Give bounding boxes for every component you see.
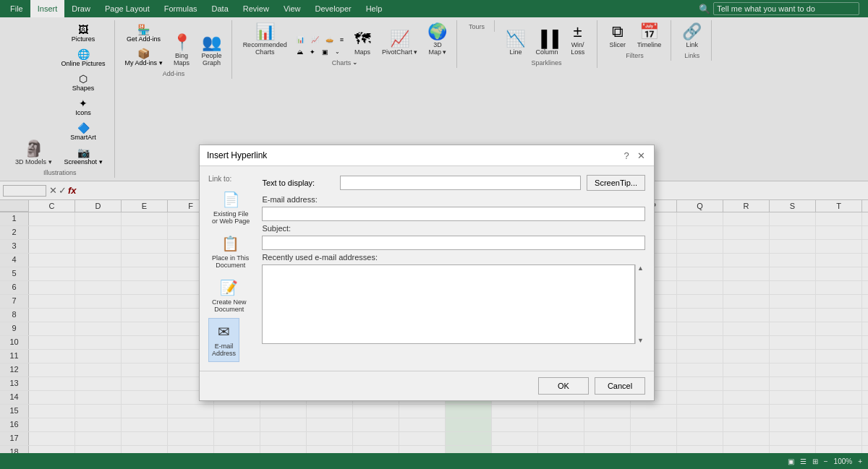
recently-used-label: Recently used e-mail addresses:: [262, 253, 645, 262]
scrollbar-up-icon[interactable]: ▲: [637, 264, 644, 272]
recently-used-section: Recently used e-mail addresses: ▲ ▼: [262, 253, 645, 345]
ok-button[interactable]: OK: [538, 377, 589, 395]
dialog-close-button[interactable]: ✕: [635, 150, 647, 161]
sidebar-email-address[interactable]: ✉ E-mailAddress: [208, 318, 239, 362]
text-display-input[interactable]: [340, 176, 581, 190]
email-address-icon: ✉: [218, 323, 230, 340]
sidebar-place-in-document[interactable]: 📋 Place in ThisDocument: [208, 230, 252, 274]
dialog-main-content: Text to display: ScreenTip... E-mail add…: [262, 175, 645, 362]
subject-section: Subject:: [262, 224, 645, 250]
dialog-title-text: Insert Hyperlink: [207, 150, 267, 160]
screentip-button[interactable]: ScreenTip...: [587, 175, 645, 191]
text-display-row: Text to display: ScreenTip...: [262, 175, 645, 191]
email-address-label: E-mail address:: [262, 195, 645, 204]
existing-file-icon: 📄: [222, 191, 240, 208]
dialog-help-button[interactable]: ?: [621, 150, 632, 161]
dialog-sidebar: Link to: 📄 Existing Fileor Web Page 📋 Pl…: [208, 175, 253, 362]
dialog-title-bar: Insert Hyperlink ? ✕: [200, 145, 654, 166]
recently-used-wrapper: ▲ ▼: [262, 264, 645, 345]
place-in-document-icon: 📋: [221, 235, 239, 252]
subject-input[interactable]: [262, 236, 645, 250]
link-to-label: Link to:: [208, 175, 231, 183]
email-address-section: E-mail address:: [262, 195, 645, 221]
sidebar-create-new-document[interactable]: 📝 Create NewDocument: [208, 274, 250, 318]
textarea-scrollbar[interactable]: ▲ ▼: [635, 264, 645, 344]
recently-used-textarea[interactable]: [262, 264, 635, 344]
subject-label: Subject:: [262, 224, 645, 233]
dialog-footer: OK Cancel: [200, 371, 654, 400]
scrollbar-down-icon[interactable]: ▼: [637, 337, 644, 344]
dialog-title-buttons: ? ✕: [621, 150, 647, 161]
email-address-input[interactable]: [262, 207, 645, 221]
sidebar-existing-file[interactable]: 📄 Existing Fileor Web Page: [208, 186, 253, 230]
text-display-label: Text to display:: [262, 178, 334, 187]
dialog-body: Link to: 📄 Existing Fileor Web Page 📋 Pl…: [200, 166, 654, 371]
create-new-document-icon: 📝: [220, 279, 238, 296]
cancel-button[interactable]: Cancel: [595, 377, 645, 395]
insert-hyperlink-dialog: Insert Hyperlink ? ✕ Link to: 📄 Existing…: [199, 145, 655, 401]
